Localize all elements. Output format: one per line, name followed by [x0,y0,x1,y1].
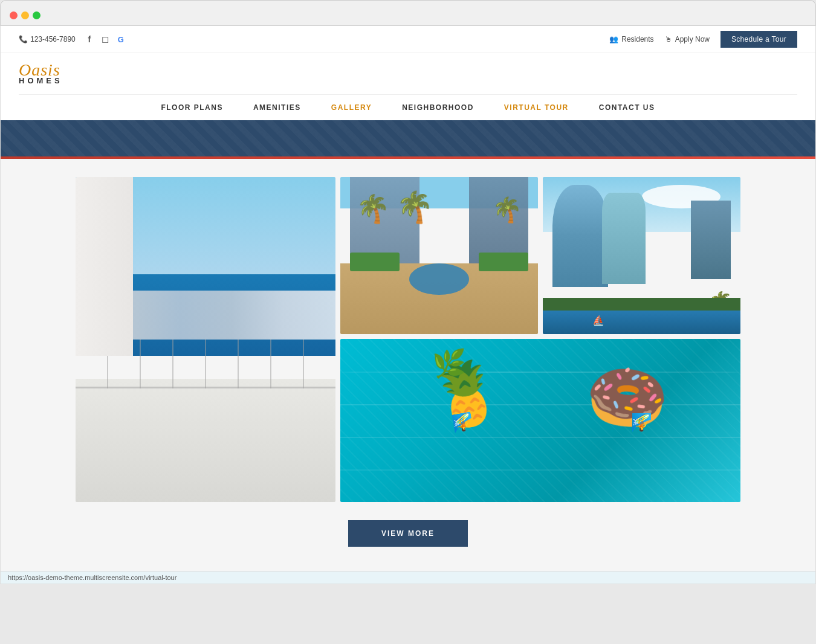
top-bar: 📞 123-456-7890 f ◻ G 👥 Residents 🖱 Apply… [1,26,815,53]
residents-icon: 👥 [609,35,618,43]
header: Oasis HOMES FLOOR PLANS AMENITIES GALLER… [1,53,815,120]
status-url: https://oasis-demo-theme.multiscreensite… [8,574,176,581]
apply-icon: 🖱 [665,35,672,43]
header-inner: Oasis HOMES [19,62,797,91]
top-bar-right: 👥 Residents 🖱 Apply Now Schedule a Tour [609,31,797,48]
facebook-icon[interactable]: f [84,34,95,45]
social-icons: f ◻ G [84,34,126,45]
view-more-button[interactable]: VIEW MORE [348,520,468,547]
browser-chrome [0,0,816,26]
hero-banner [1,120,815,156]
top-bar-left: 📞 123-456-7890 f ◻ G [19,34,126,45]
gallery-item-skyline[interactable]: 🌴 ⛵ [543,177,740,334]
minimize-dot[interactable] [21,11,29,19]
schedule-tour-button[interactable]: Schedule a Tour [720,31,797,48]
browser-dots [10,7,806,25]
phone-icon: 📞 [19,35,28,43]
view-more-container: VIEW MORE [31,520,785,547]
maximize-dot[interactable] [33,11,40,19]
website-container: 📞 123-456-7890 f ◻ G 👥 Residents 🖱 Apply… [0,26,816,584]
gallery-item-balcony[interactable] [76,177,335,502]
nav-neighborhood[interactable]: NEIGHBORHOOD [402,103,474,112]
gallery-item-pool[interactable]: 🍍 🏄 🍩 🏄 🌿 [340,339,740,502]
logo-area[interactable]: Oasis HOMES [19,62,63,85]
gallery-section: 🌴 🌴 🌴 [1,159,815,571]
instagram-icon[interactable]: ◻ [100,34,111,45]
nav-wrapper: FLOOR PLANS AMENITIES GALLERY NEIGHBORHO… [19,94,797,120]
google-icon[interactable]: G [115,34,126,45]
nav-floor-plans[interactable]: FLOOR PLANS [161,103,223,112]
nav-amenities[interactable]: AMENITIES [253,103,301,112]
gallery-grid: 🌴 🌴 🌴 [76,177,740,502]
apply-now-link[interactable]: 🖱 Apply Now [665,35,710,43]
nav-contact-us[interactable]: CONTACT US [599,103,655,112]
logo-sub: HOMES [19,76,63,85]
main-nav: FLOOR PLANS AMENITIES GALLERY NEIGHBORHO… [161,95,655,120]
close-dot[interactable] [10,11,18,19]
nav-gallery[interactable]: GALLERY [331,103,372,112]
residents-link[interactable]: 👥 Residents [609,35,653,43]
gallery-item-fountain[interactable]: 🌴 🌴 🌴 [340,177,538,334]
status-bar: https://oasis-demo-theme.multiscreensite… [1,571,815,584]
nav-virtual-tour[interactable]: VIRTUAL TOUR [504,103,569,112]
phone-number[interactable]: 📞 123-456-7890 [19,35,76,43]
